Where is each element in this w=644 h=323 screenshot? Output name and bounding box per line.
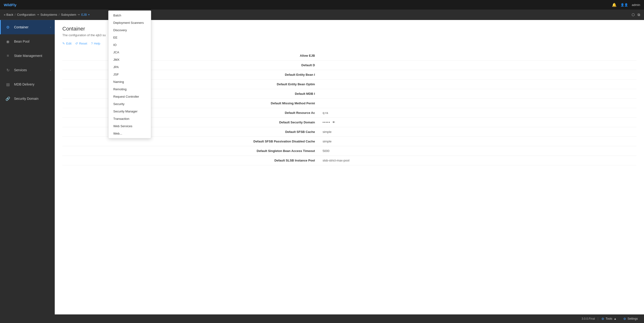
sidebar-label-container: Container	[14, 25, 28, 29]
tools-label: Tools	[606, 317, 612, 320]
sidebar-icon-mdb-delivery: ▤	[4, 81, 11, 88]
tools-icon: ⚙	[602, 317, 604, 320]
sidebar-icon-state-management: ≡	[4, 52, 11, 59]
subsystem-crumb: Subsystem	[61, 13, 76, 17]
field-label: Default SLSB Instance Pool	[62, 156, 320, 165]
dropdown-item[interactable]: IO	[108, 41, 151, 49]
field-value	[320, 80, 636, 89]
subsystem-dropdown-menu: BatchDeployment ScannersDiscoveryEEIOJCA…	[108, 11, 151, 138]
dropdown-item[interactable]: EE	[108, 34, 151, 41]
field-label: Default SFSB Cache	[62, 127, 320, 137]
field-value	[320, 89, 636, 99]
field-label: Default MDB I	[62, 89, 320, 99]
field-label: Default Resource Ac	[62, 108, 320, 118]
field-value: slsb-strict-max-pool	[320, 156, 636, 165]
dropdown-item[interactable]: Request Controller	[108, 93, 151, 100]
sidebar-chevron-container: ›	[50, 26, 51, 29]
breadcrumb-bar: « Back / Configuration ⇒ Subsystems / Su…	[0, 10, 644, 20]
sidebar-label-mdb-delivery: MDB Delivery	[14, 82, 34, 86]
dropdown-item[interactable]: Transaction	[108, 115, 151, 122]
dropdown-item[interactable]: JCA	[108, 49, 151, 56]
eye-icon[interactable]: 👁	[332, 121, 335, 124]
notification-bell-icon[interactable]: 🔔	[612, 3, 617, 7]
dropdown-item[interactable]: Security Manager	[108, 108, 151, 115]
sidebar-icon-security-domain: 🔗	[4, 95, 11, 102]
help-button[interactable]: ? Help	[91, 42, 100, 45]
breadcrumb-actions: ⬡ ⧉	[632, 13, 640, 17]
field-value	[320, 99, 636, 108]
dropdown-item[interactable]: JSF	[108, 71, 151, 78]
field-label: Default D	[62, 61, 320, 70]
field-value	[320, 61, 636, 70]
dropdown-item[interactable]: Deployment Scanners	[108, 19, 151, 27]
sidebar-label-state-management: State Management	[14, 54, 42, 58]
field-label: Default Security Domain	[62, 118, 320, 127]
settings-label: Settings	[628, 317, 638, 320]
reset-icon: ↺	[75, 42, 78, 45]
masked-dots: •••••	[322, 121, 330, 124]
sidebar-item-container[interactable]: ⚙ Container ›	[0, 20, 55, 34]
help-label: Help	[94, 42, 100, 45]
sidebar-icon-container: ⚙	[4, 24, 11, 31]
field-label: Default Entity Bean I	[62, 70, 320, 80]
back-link[interactable]: « Back	[4, 13, 13, 17]
brand-text: WildFly	[4, 3, 16, 7]
sep1: /	[15, 13, 16, 17]
tools-button[interactable]: ⚙ Tools ▲	[598, 314, 620, 323]
admin-label: admin	[632, 3, 640, 7]
field-label: Default Singleton Bean Access Timeout	[62, 146, 320, 156]
sidebar-item-state-management[interactable]: ≡ State Management	[0, 49, 55, 63]
sidebar-item-mdb-delivery[interactable]: ▤ MDB Delivery	[0, 77, 55, 92]
sep2: /	[59, 13, 60, 17]
version-label: 3.0.0.Final	[579, 317, 598, 320]
sidebar-label-security-domain: Security Domain	[14, 97, 38, 101]
field-value: q-ra	[320, 108, 636, 118]
field-value: simple	[320, 127, 636, 137]
field-value	[320, 51, 636, 61]
edit-label: Edit	[66, 42, 72, 45]
settings-button[interactable]: ⚙ Settings	[620, 314, 641, 323]
breadcrumb: « Back / Configuration ⇒ Subsystems / Su…	[4, 13, 90, 17]
topology-icon[interactable]: ⬡	[632, 13, 635, 17]
sidebar-label-bean-pool: Bean Pool	[14, 40, 30, 43]
subsystems-crumb[interactable]: Subsystems	[40, 13, 57, 17]
dropdown-item[interactable]: JMX	[108, 56, 151, 63]
sidebar-item-services[interactable]: ↻ Services ›	[0, 63, 55, 77]
field-label: Allow EJB	[62, 51, 320, 61]
sidebar-label-services: Services	[14, 68, 27, 72]
sidebar-item-security-domain[interactable]: 🔗 Security Domain	[0, 92, 55, 106]
help-icon: ?	[91, 42, 92, 45]
arrow1: ⇒	[37, 13, 39, 16]
field-value: simple	[320, 137, 636, 146]
dropdown-item[interactable]: Batch	[108, 12, 151, 19]
external-link-icon[interactable]: ⧉	[638, 13, 640, 17]
sidebar-item-bean-pool[interactable]: ◉ Bean Pool	[0, 34, 55, 49]
config-crumb[interactable]: Configuration	[17, 13, 35, 17]
edit-icon: ✎	[62, 42, 65, 45]
dropdown-item[interactable]: JPA	[108, 63, 151, 71]
ejb-crumb[interactable]: EJB	[81, 13, 87, 17]
field-label: Default SFSB Passivation Disabled Cache	[62, 137, 320, 146]
dropdown-item[interactable]: Security	[108, 100, 151, 108]
settings-icon: ⚙	[623, 317, 626, 320]
dropdown-item[interactable]: Discovery	[108, 27, 151, 34]
sidebar-icon-bean-pool: ◉	[4, 38, 11, 45]
table-row: Default Singleton Bean Access Timeout 50…	[62, 146, 636, 156]
edit-button[interactable]: ✎ Edit	[62, 42, 72, 45]
field-value	[320, 70, 636, 80]
dropdown-item[interactable]: Web...	[108, 130, 151, 137]
footer: 3.0.0.Final ⚙ Tools ▲ ⚙ Settings	[0, 314, 644, 323]
reset-button[interactable]: ↺ Reset	[75, 42, 87, 45]
arrow2: ⇒	[78, 13, 80, 16]
tools-chevron: ▲	[614, 317, 617, 320]
dropdown-item[interactable]: Remoting	[108, 86, 151, 93]
field-label: Default Entity Bean Optim	[62, 80, 320, 89]
sidebar: ⚙ Container › ◉ Bean Pool ≡ State Manage…	[0, 20, 55, 314]
field-value: ••••• 👁	[320, 118, 636, 127]
sidebar-chevron-services: ›	[50, 69, 51, 72]
dropdown-item[interactable]: Naming	[108, 78, 151, 86]
topbar-right: 🔔 👤 admin	[612, 3, 640, 7]
dropdown-item[interactable]: Web Services	[108, 122, 151, 130]
masked-value: ••••• 👁	[322, 121, 634, 124]
ejb-dropdown-arrow[interactable]: ▾	[88, 13, 90, 16]
